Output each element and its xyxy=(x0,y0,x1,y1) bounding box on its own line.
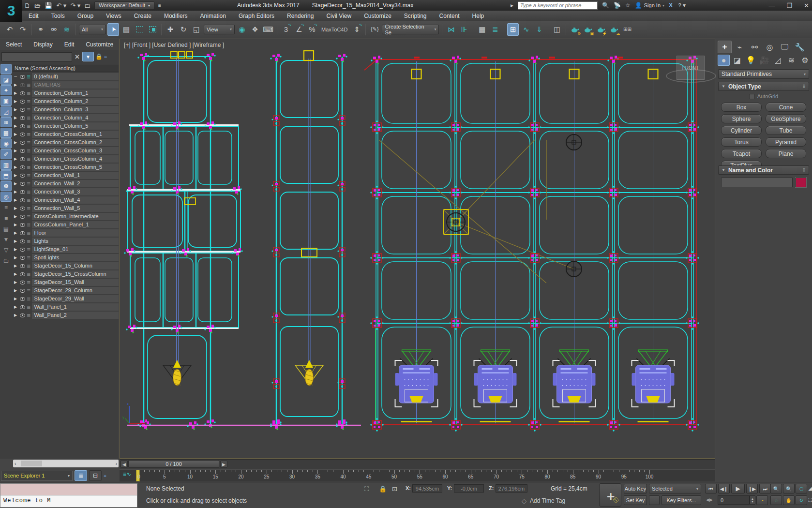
explorer-column-header[interactable]: Name (Sorted Ascending) xyxy=(13,64,119,72)
visibility-eye-icon[interactable] xyxy=(20,264,25,268)
z-coordinate-field[interactable]: 276,196cm xyxy=(496,484,527,493)
display-toggle-materials-icon[interactable]: ✐ xyxy=(0,149,12,159)
schematic-view-button[interactable]: ⇓ xyxy=(533,23,545,36)
add-time-tag[interactable]: Add Time Tag xyxy=(530,497,565,504)
name-color-header[interactable]: ▼ Name and Color ⠿ xyxy=(718,165,809,175)
row-label[interactable]: Connection_Column_4 xyxy=(32,114,119,121)
set-keys-button[interactable]: ＋ ⚿ xyxy=(599,483,621,507)
explorer-row[interactable]: ▶≣StageDecor_29_Column xyxy=(13,286,119,295)
expand-arrow-icon[interactable]: ▶ xyxy=(13,190,18,194)
row-label[interactable]: Connection_CrossColumn_4 xyxy=(32,155,119,163)
category-geometry[interactable]: ● xyxy=(718,55,730,66)
exchange-icon[interactable]: X xyxy=(669,2,673,9)
explorer-row[interactable]: ▶≣Connection_Wall_2 xyxy=(13,179,119,188)
row-label[interactable]: Wall_Panel_2 xyxy=(32,312,119,319)
3dsmax-logo-icon[interactable]: 3 xyxy=(0,0,22,22)
render-in-cloud-button[interactable]: ☁ xyxy=(608,23,620,36)
object-type-header[interactable]: ▼ Object Type ⠿ xyxy=(718,82,809,91)
row-label[interactable]: Connection_CrossColumn_5 xyxy=(32,164,119,171)
expand-arrow-icon[interactable]: ▶ xyxy=(13,107,18,112)
key-filters-button[interactable]: Key Filters... xyxy=(662,495,701,505)
explorer-hscrollbar[interactable]: ‹ › xyxy=(13,460,119,467)
zoom-region-icon[interactable]: ◌ xyxy=(770,495,782,505)
visibility-eye-icon[interactable] xyxy=(20,108,25,112)
tab-display[interactable]: 🖵 xyxy=(778,41,792,53)
viewport-wireframe-scene[interactable]: zyx xyxy=(120,39,715,458)
expand-arrow-icon[interactable]: ▶ xyxy=(13,231,18,235)
row-label[interactable]: 0 (default) xyxy=(32,73,119,80)
primitive-button-torus[interactable]: Torus xyxy=(721,137,762,147)
named-selection-sets-button[interactable]: {✎} xyxy=(369,23,380,36)
menu-customize[interactable]: Customize xyxy=(358,13,398,19)
previous-frame-arrow[interactable]: ◀ xyxy=(120,461,128,468)
visibility-eye-icon[interactable] xyxy=(20,223,25,227)
tab-utilities[interactable]: 🔧 xyxy=(793,41,807,53)
key-steps-icon[interactable]: ⁖ xyxy=(649,495,660,505)
visibility-eye-icon[interactable] xyxy=(20,305,25,309)
explorer-search-input[interactable] xyxy=(1,52,72,61)
visibility-eye-icon[interactable] xyxy=(20,124,25,128)
row-label[interactable]: Connection_Column_3 xyxy=(32,106,119,113)
window-crossing-toggle[interactable] xyxy=(147,23,158,36)
row-label[interactable]: Lights xyxy=(32,238,119,245)
expand-arrow-icon[interactable]: ▶ xyxy=(13,149,18,153)
row-label[interactable]: Connection_Wall_1 xyxy=(32,172,119,179)
toggle-layer-explorer-button[interactable]: ▦ xyxy=(476,23,488,36)
explorer-row[interactable]: ▶≣StageDecor_15_CrossColumn xyxy=(13,270,119,278)
row-label[interactable]: CrossColumn_Panel_1 xyxy=(32,221,119,228)
explorer-row[interactable]: ▶≣Connection_CrossColumn_2 xyxy=(13,138,119,147)
visibility-eye-icon[interactable] xyxy=(20,314,25,317)
row-label[interactable]: SpotLights xyxy=(32,254,119,261)
row-label[interactable]: Connection_Column_2 xyxy=(32,98,119,105)
go-to-end-button[interactable]: ⏭ xyxy=(759,484,771,493)
open-minicurve-icon[interactable]: ≡∿ xyxy=(123,471,131,478)
footer-overflow-icon[interactable]: » xyxy=(104,473,106,478)
primitive-button-box[interactable]: Box xyxy=(721,103,762,112)
row-label[interactable]: Connection_CrossColumn_1 xyxy=(32,131,119,138)
menu-rendering[interactable]: Rendering xyxy=(281,13,320,19)
absolute-mode-icon[interactable]: ⊡ xyxy=(392,485,397,493)
named-selection-dropdown[interactable]: Create Selection Se▾ xyxy=(382,25,439,34)
expand-arrow-icon[interactable]: ▶ xyxy=(13,206,18,210)
display-toggle-cameras-icon[interactable]: ▣ xyxy=(0,96,12,106)
row-label[interactable]: CrossColumn_intermediate xyxy=(32,213,119,220)
select-and-rotate-button[interactable]: ↻ xyxy=(178,23,189,36)
explorer-row[interactable]: ▶≣Floor xyxy=(13,229,119,237)
category-cameras[interactable]: 🎥 xyxy=(758,55,770,66)
undo-button[interactable]: ↶ xyxy=(4,23,15,36)
expand-arrow-icon[interactable]: ▶ xyxy=(13,140,18,145)
clear-search-icon[interactable]: ✕ xyxy=(74,53,81,60)
row-label[interactable]: Connection_CrossColumn_2 xyxy=(32,139,119,146)
expand-arrow-icon[interactable]: ▶ xyxy=(13,264,18,268)
project-folder-icon[interactable]: 🗀 xyxy=(84,2,90,9)
row-label[interactable]: StageDecor_29_Column xyxy=(32,287,119,294)
explorer-row[interactable]: ─≣0 (default) xyxy=(13,73,119,81)
mirror-button[interactable]: ⋈ xyxy=(445,23,457,36)
explorer-row[interactable]: ▶≣Connection_Column_4 xyxy=(13,114,119,122)
keyboard-override-toggle[interactable]: ⌨ xyxy=(262,23,274,36)
display-toggle-filter-icon[interactable]: ▽ xyxy=(0,245,12,255)
expand-arrow-icon[interactable]: ▶ xyxy=(13,165,18,169)
expand-arrow-icon[interactable]: ▶ xyxy=(13,280,18,284)
row-label[interactable]: Connection_CrossColumn_3 xyxy=(32,147,119,154)
expand-arrow-icon[interactable]: ▶ xyxy=(13,132,18,136)
visibility-eye-icon[interactable] xyxy=(20,190,25,194)
display-toggle-list-view-icon[interactable]: ≡ xyxy=(0,202,12,212)
display-toggle-geometry-icon[interactable]: ● xyxy=(0,64,12,74)
primitive-button-plane[interactable]: Plane xyxy=(766,149,806,158)
row-label[interactable]: LightStage_01 xyxy=(32,246,119,253)
time-slider-handle[interactable]: 0 / 100 xyxy=(128,460,219,468)
key-mode-dropdown[interactable]: Selected▾ xyxy=(649,484,701,493)
scrollbar-thumb[interactable] xyxy=(21,461,42,466)
visibility-eye-icon[interactable] xyxy=(20,149,25,153)
sort-by-hierarchy-button[interactable]: ⊟ xyxy=(89,470,102,481)
search-icon[interactable]: 🔍 xyxy=(602,2,609,9)
row-label[interactable]: Connection_Column_5 xyxy=(32,122,119,130)
display-toggle-display-mask-icon[interactable]: ■ xyxy=(0,213,12,223)
menu-create[interactable]: Create xyxy=(128,13,158,19)
viewport-label[interactable]: [+] [Front ] [User Defined ] [Wireframe … xyxy=(124,42,224,48)
visibility-eye-icon[interactable] xyxy=(20,116,25,120)
display-toggle-display-frozen-icon[interactable]: ⬒ xyxy=(0,170,12,180)
menu-group[interactable]: Group xyxy=(71,13,100,19)
explorer-row[interactable]: ▶≣StageDecor_29_Wall xyxy=(13,295,119,303)
